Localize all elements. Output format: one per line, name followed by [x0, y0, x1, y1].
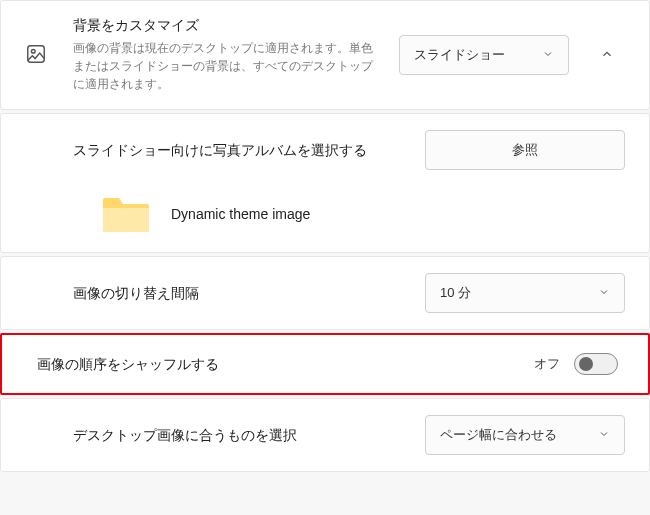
album-folder-name: Dynamic theme image — [171, 206, 310, 222]
album-label: スライドショー向けに写真アルバムを選択する — [73, 140, 425, 161]
fit-panel: デスクトップ画像に合うものを選択 ページ幅に合わせる — [0, 398, 650, 472]
interval-panel: 画像の切り替え間隔 10 分 — [0, 256, 650, 330]
shuffle-label: 画像の順序をシャッフルする — [37, 354, 534, 375]
shuffle-panel: 画像の順序をシャッフルする オフ — [0, 333, 650, 395]
svg-point-1 — [31, 49, 35, 53]
interval-row: 画像の切り替え間隔 10 分 — [1, 257, 649, 329]
shuffle-row: 画像の順序をシャッフルする オフ — [2, 335, 648, 393]
shuffle-state: オフ — [534, 355, 560, 373]
album-select-row: スライドショー向けに写真アルバムを選択する 参照 — [1, 114, 649, 186]
album-folder-row: Dynamic theme image — [1, 186, 649, 252]
background-customize-panel: 背景をカスタマイズ 画像の背景は現在のデスクトップに適用されます。単色またはスラ… — [0, 0, 650, 110]
interval-select[interactable]: 10 分 — [425, 273, 625, 313]
fit-label: デスクトップ画像に合うものを選択 — [73, 425, 425, 446]
interval-label: 画像の切り替え間隔 — [73, 283, 425, 304]
shuffle-toggle[interactable] — [574, 353, 618, 375]
background-type-value: スライドショー — [414, 46, 505, 64]
fit-select[interactable]: ページ幅に合わせる — [425, 415, 625, 455]
collapse-button[interactable] — [589, 37, 625, 73]
fit-value: ページ幅に合わせる — [440, 426, 557, 444]
chevron-down-icon — [542, 48, 554, 63]
background-title: 背景をカスタマイズ — [73, 17, 383, 35]
image-icon — [25, 43, 47, 68]
chevron-down-icon — [598, 286, 610, 301]
chevron-up-icon — [600, 47, 614, 64]
toggle-knob — [579, 357, 593, 371]
background-customize-row: 背景をカスタマイズ 画像の背景は現在のデスクトップに適用されます。単色またはスラ… — [1, 1, 649, 109]
browse-button[interactable]: 参照 — [425, 130, 625, 170]
svg-rect-0 — [28, 45, 45, 62]
folder-icon — [101, 194, 151, 234]
background-description: 画像の背景は現在のデスクトップに適用されます。単色またはスライドショーの背景は、… — [73, 39, 383, 93]
fit-row: デスクトップ画像に合うものを選択 ページ幅に合わせる — [1, 399, 649, 471]
background-type-select[interactable]: スライドショー — [399, 35, 569, 75]
interval-value: 10 分 — [440, 284, 471, 302]
album-panel: スライドショー向けに写真アルバムを選択する 参照 Dynamic theme i… — [0, 113, 650, 253]
chevron-down-icon — [598, 428, 610, 443]
